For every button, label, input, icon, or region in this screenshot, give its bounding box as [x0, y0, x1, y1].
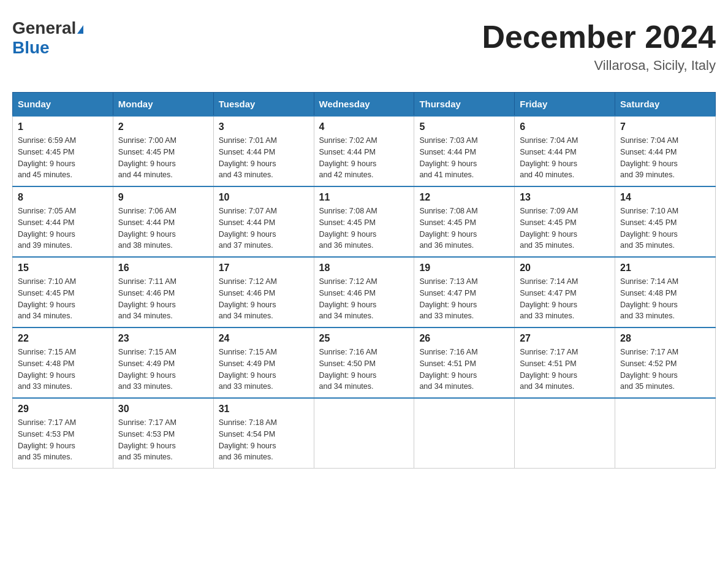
calendar-cell: 26 Sunrise: 7:16 AM Sunset: 4:51 PM Dayl… — [414, 327, 515, 398]
day-info: Sunrise: 7:11 AM Sunset: 4:46 PM Dayligh… — [118, 276, 208, 322]
day-number: 23 — [118, 333, 208, 344]
day-number: 8 — [18, 192, 108, 203]
calendar-cell — [314, 398, 414, 469]
day-info: Sunrise: 7:06 AM Sunset: 4:44 PM Dayligh… — [118, 205, 208, 251]
logo-blue: Blue — [12, 38, 50, 57]
day-info: Sunrise: 7:07 AM Sunset: 4:44 PM Dayligh… — [219, 205, 309, 251]
page-header: General Blue December 2024 Villarosa, Si… — [12, 12, 716, 80]
calendar-cell: 24 Sunrise: 7:15 AM Sunset: 4:49 PM Dayl… — [213, 327, 314, 398]
calendar-cell — [414, 398, 515, 469]
calendar-cell: 6 Sunrise: 7:04 AM Sunset: 4:44 PM Dayli… — [515, 116, 615, 186]
calendar-cell: 1 Sunrise: 6:59 AM Sunset: 4:45 PM Dayli… — [13, 116, 113, 186]
calendar-cell: 29 Sunrise: 7:17 AM Sunset: 4:53 PM Dayl… — [13, 398, 113, 469]
day-number: 27 — [520, 333, 610, 344]
day-header-saturday: Saturday — [615, 93, 716, 117]
day-info: Sunrise: 7:17 AM Sunset: 4:53 PM Dayligh… — [18, 417, 108, 463]
day-info: Sunrise: 7:15 AM Sunset: 4:49 PM Dayligh… — [118, 347, 208, 393]
day-number: 15 — [18, 262, 108, 274]
logo: General Blue — [12, 18, 83, 58]
day-number: 22 — [18, 333, 108, 344]
day-number: 12 — [419, 192, 509, 203]
day-header-friday: Friday — [515, 93, 615, 117]
day-number: 25 — [319, 333, 409, 344]
calendar-header-row: SundayMondayTuesdayWednesdayThursdayFrid… — [13, 93, 716, 117]
day-info: Sunrise: 7:14 AM Sunset: 4:47 PM Dayligh… — [520, 276, 610, 322]
day-info: Sunrise: 7:13 AM Sunset: 4:47 PM Dayligh… — [419, 276, 509, 322]
day-number: 30 — [118, 404, 208, 415]
day-number: 5 — [419, 121, 509, 132]
calendar-cell: 21 Sunrise: 7:14 AM Sunset: 4:48 PM Dayl… — [615, 257, 716, 327]
day-info: Sunrise: 7:08 AM Sunset: 4:45 PM Dayligh… — [419, 205, 509, 251]
logo-triangle-icon — [77, 25, 83, 34]
day-number: 21 — [620, 262, 710, 274]
calendar-cell: 7 Sunrise: 7:04 AM Sunset: 4:44 PM Dayli… — [615, 116, 716, 186]
day-number: 17 — [219, 262, 309, 274]
calendar-cell: 25 Sunrise: 7:16 AM Sunset: 4:50 PM Dayl… — [314, 327, 414, 398]
day-number: 29 — [18, 404, 108, 415]
calendar-cell: 14 Sunrise: 7:10 AM Sunset: 4:45 PM Dayl… — [615, 186, 716, 257]
day-info: Sunrise: 7:09 AM Sunset: 4:45 PM Dayligh… — [520, 205, 610, 251]
calendar-cell: 2 Sunrise: 7:00 AM Sunset: 4:45 PM Dayli… — [113, 116, 213, 186]
calendar-cell: 4 Sunrise: 7:02 AM Sunset: 4:44 PM Dayli… — [314, 116, 414, 186]
day-info: Sunrise: 7:17 AM Sunset: 4:51 PM Dayligh… — [520, 347, 610, 393]
day-number: 10 — [219, 192, 309, 203]
calendar-cell: 12 Sunrise: 7:08 AM Sunset: 4:45 PM Dayl… — [414, 186, 515, 257]
calendar-cell: 28 Sunrise: 7:17 AM Sunset: 4:52 PM Dayl… — [615, 327, 716, 398]
calendar-cell: 3 Sunrise: 7:01 AM Sunset: 4:44 PM Dayli… — [213, 116, 314, 186]
title-section: December 2024 Villarosa, Sicily, Italy — [482, 18, 716, 74]
day-number: 28 — [620, 333, 710, 344]
day-info: Sunrise: 7:16 AM Sunset: 4:51 PM Dayligh… — [419, 347, 509, 393]
day-info: Sunrise: 7:12 AM Sunset: 4:46 PM Dayligh… — [219, 276, 309, 322]
calendar-cell: 16 Sunrise: 7:11 AM Sunset: 4:46 PM Dayl… — [113, 257, 213, 327]
calendar-cell: 9 Sunrise: 7:06 AM Sunset: 4:44 PM Dayli… — [113, 186, 213, 257]
calendar-cell: 11 Sunrise: 7:08 AM Sunset: 4:45 PM Dayl… — [314, 186, 414, 257]
calendar-cell: 5 Sunrise: 7:03 AM Sunset: 4:44 PM Dayli… — [414, 116, 515, 186]
day-number: 4 — [319, 121, 409, 132]
day-info: Sunrise: 7:05 AM Sunset: 4:44 PM Dayligh… — [18, 205, 108, 251]
day-info: Sunrise: 7:01 AM Sunset: 4:44 PM Dayligh… — [219, 135, 309, 181]
calendar-week-2: 8 Sunrise: 7:05 AM Sunset: 4:44 PM Dayli… — [13, 186, 716, 257]
day-header-thursday: Thursday — [414, 93, 515, 117]
calendar-cell: 22 Sunrise: 7:15 AM Sunset: 4:48 PM Dayl… — [13, 327, 113, 398]
day-info: Sunrise: 7:10 AM Sunset: 4:45 PM Dayligh… — [620, 205, 710, 251]
day-number: 20 — [520, 262, 610, 274]
day-info: Sunrise: 7:14 AM Sunset: 4:48 PM Dayligh… — [620, 276, 710, 322]
calendar-cell: 23 Sunrise: 7:15 AM Sunset: 4:49 PM Dayl… — [113, 327, 213, 398]
calendar-cell: 8 Sunrise: 7:05 AM Sunset: 4:44 PM Dayli… — [13, 186, 113, 257]
calendar-cell: 15 Sunrise: 7:10 AM Sunset: 4:45 PM Dayl… — [13, 257, 113, 327]
day-number: 19 — [419, 262, 509, 274]
calendar-week-4: 22 Sunrise: 7:15 AM Sunset: 4:48 PM Dayl… — [13, 327, 716, 398]
day-number: 24 — [219, 333, 309, 344]
day-header-monday: Monday — [113, 93, 213, 117]
calendar-week-5: 29 Sunrise: 7:17 AM Sunset: 4:53 PM Dayl… — [13, 398, 716, 469]
calendar-cell: 20 Sunrise: 7:14 AM Sunset: 4:47 PM Dayl… — [515, 257, 615, 327]
day-number: 11 — [319, 192, 409, 203]
calendar-cell — [515, 398, 615, 469]
day-number: 2 — [118, 121, 208, 132]
logo-text: General Blue — [12, 18, 83, 58]
calendar-cell: 13 Sunrise: 7:09 AM Sunset: 4:45 PM Dayl… — [515, 186, 615, 257]
day-info: Sunrise: 7:03 AM Sunset: 4:44 PM Dayligh… — [419, 135, 509, 181]
calendar-cell: 30 Sunrise: 7:17 AM Sunset: 4:53 PM Dayl… — [113, 398, 213, 469]
day-number: 16 — [118, 262, 208, 274]
calendar-cell: 17 Sunrise: 7:12 AM Sunset: 4:46 PM Dayl… — [213, 257, 314, 327]
day-info: Sunrise: 7:10 AM Sunset: 4:45 PM Dayligh… — [18, 276, 108, 322]
calendar-week-3: 15 Sunrise: 7:10 AM Sunset: 4:45 PM Dayl… — [13, 257, 716, 327]
day-info: Sunrise: 7:15 AM Sunset: 4:49 PM Dayligh… — [219, 347, 309, 393]
calendar-cell: 18 Sunrise: 7:12 AM Sunset: 4:46 PM Dayl… — [314, 257, 414, 327]
calendar-week-1: 1 Sunrise: 6:59 AM Sunset: 4:45 PM Dayli… — [13, 116, 716, 186]
day-number: 26 — [419, 333, 509, 344]
day-info: Sunrise: 7:17 AM Sunset: 4:52 PM Dayligh… — [620, 347, 710, 393]
day-info: Sunrise: 7:15 AM Sunset: 4:48 PM Dayligh… — [18, 347, 108, 393]
day-info: Sunrise: 7:16 AM Sunset: 4:50 PM Dayligh… — [319, 347, 409, 393]
day-number: 6 — [520, 121, 610, 132]
location-text: Villarosa, Sicily, Italy — [482, 58, 716, 74]
day-header-tuesday: Tuesday — [213, 93, 314, 117]
day-number: 9 — [118, 192, 208, 203]
day-number: 18 — [319, 262, 409, 274]
day-number: 14 — [620, 192, 710, 203]
day-header-wednesday: Wednesday — [314, 93, 414, 117]
day-info: Sunrise: 7:12 AM Sunset: 4:46 PM Dayligh… — [319, 276, 409, 322]
day-info: Sunrise: 7:04 AM Sunset: 4:44 PM Dayligh… — [620, 135, 710, 181]
calendar-cell: 27 Sunrise: 7:17 AM Sunset: 4:51 PM Dayl… — [515, 327, 615, 398]
